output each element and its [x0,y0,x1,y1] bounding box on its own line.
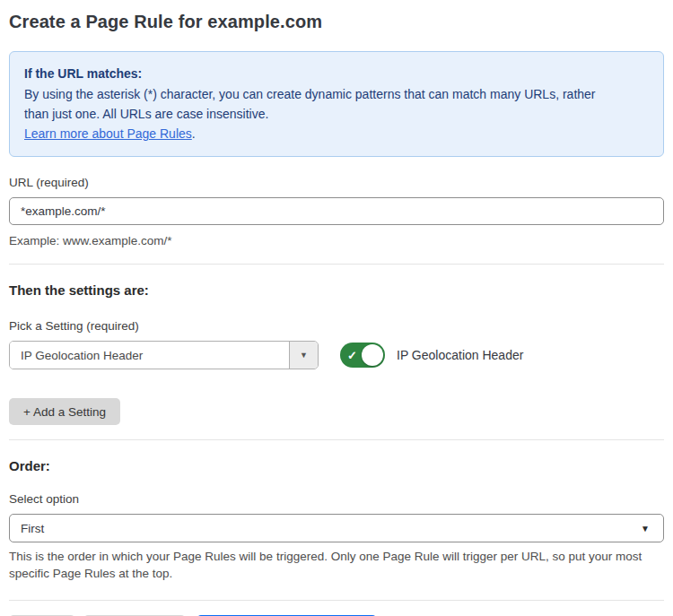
setting-row: IP Geolocation Header ▼ ✓ IP Geolocation… [9,341,664,369]
info-box-heading: If the URL matches: [24,64,649,83]
link-suffix: . [192,126,196,141]
info-box-body: By using the asterisk (*) character, you… [24,84,616,124]
url-example-helper: Example: www.example.com/* [9,232,664,249]
learn-more-link[interactable]: Learn more about Page Rules [24,126,192,141]
setting-toggle-group: ✓ IP Geolocation Header [340,343,523,368]
url-match-info-box: If the URL matches: By using the asteris… [9,51,664,157]
check-icon: ✓ [347,350,357,361]
chevron-down-icon: ▼ [300,351,308,360]
url-field-label: URL (required) [9,176,664,189]
order-helper-text: This is the order in which your Page Rul… [9,548,664,582]
setting-select-dropdown-button[interactable]: ▼ [289,342,318,369]
page-container: Create a Page Rule for example.com If th… [0,0,673,616]
divider [9,264,664,265]
toggle-knob [362,344,383,366]
setting-select[interactable]: IP Geolocation Header ▼ [9,341,319,369]
url-input[interactable] [9,197,664,225]
settings-section-heading: Then the settings are: [9,282,664,298]
add-setting-button[interactable]: + Add a Setting [9,398,120,425]
geolocation-toggle[interactable]: ✓ [340,343,385,368]
order-select[interactable]: First ▼ [9,514,664,542]
page-title: Create a Page Rule for example.com [9,12,664,32]
order-select-label: Select option [9,492,664,506]
order-select-value: First [21,522,44,535]
info-box-link-row: Learn more about Page Rules. [24,124,649,143]
chevron-down-icon: ▼ [641,524,652,534]
setting-select-value: IP Geolocation Header [10,342,289,369]
divider [9,600,664,601]
divider [9,439,664,440]
order-section-heading: Order: [9,458,664,473]
toggle-label: IP Geolocation Header [397,348,523,362]
pick-setting-label: Pick a Setting (required) [9,319,664,333]
